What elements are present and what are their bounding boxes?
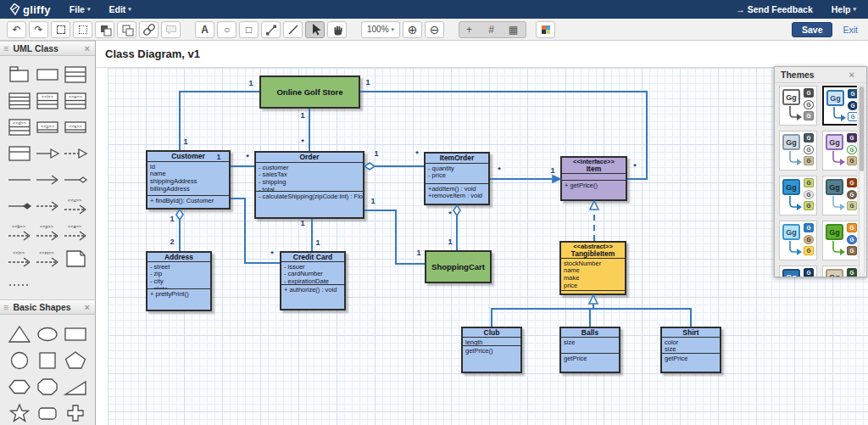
palette-shape-star[interactable] (6, 403, 33, 423)
palette-shape-tri-solid[interactable] (34, 143, 61, 164)
palette-shape-rtriangle[interactable] (62, 377, 89, 397)
menu-help[interactable]: Help▾ (832, 4, 856, 14)
basic-shapes-section-header[interactable]: ≡ Basic Shapes × (0, 299, 95, 315)
theme-card-7[interactable]: GgGGG (779, 221, 817, 260)
class-shirt[interactable]: ShirtcolorsizegetPrice (660, 327, 721, 373)
palette-shape-open[interactable] (34, 170, 61, 190)
rectangle-tool-button[interactable]: □ (239, 21, 259, 38)
zoom-level-dropdown[interactable]: 100%▾ (361, 21, 400, 38)
theme-card-5[interactable]: GgGGG (779, 176, 817, 215)
redo-button[interactable]: ↷ (29, 21, 48, 38)
crosshair-toggle-button[interactable]: + (459, 22, 479, 37)
scrollbar-thumb[interactable] (860, 87, 864, 171)
palette-shape-rectb[interactable] (62, 324, 89, 344)
uml-class-section-header[interactable]: ≡ UML Class × (0, 41, 95, 56)
class-order[interactable]: Order- customer- salesTax- shipping- tot… (254, 151, 364, 219)
palette-shape-class3[interactable] (62, 64, 89, 85)
menu-file[interactable]: File▾ (70, 4, 91, 14)
palette-shape-dots[interactable] (6, 275, 33, 295)
palette-shape-cross[interactable] (62, 403, 89, 423)
line-tool-button[interactable] (283, 21, 303, 38)
zoom-out-button[interactable]: ⊖ (425, 21, 444, 38)
snap-toggle-button[interactable]: ▦ (504, 22, 523, 37)
class-balls[interactable]: BallssizegetPrice (559, 327, 620, 373)
class-item[interactable]: <<interface>>Item+ getPrice() (560, 156, 627, 201)
palette-shape-folder[interactable] (6, 64, 33, 85)
close-icon[interactable]: × (85, 43, 90, 53)
theme-card-4[interactable]: GgGGG (822, 131, 857, 171)
palette-shape-rounded[interactable] (34, 403, 61, 423)
theme-card-1[interactable]: GgGGG (779, 86, 817, 126)
palette-shape-lbl-u[interactable]: <<u>> (62, 196, 89, 216)
text-tool-button[interactable]: A (195, 21, 214, 38)
class-itemorder[interactable]: ItemOrder- quantity- price+addItem() : v… (424, 152, 490, 205)
gliffy-app: gliffy File▾ Edit▾ →Send Feedback Help▾ … (0, 0, 868, 425)
palette-shape-lbl-p[interactable]: <<p>> (34, 222, 61, 243)
palette-shape-square[interactable] (34, 350, 61, 371)
class-address[interactable]: Address- street- zip- city- state+ prett… (146, 251, 212, 311)
palette-shape-lbl-b[interactable]: <<b>> (6, 222, 33, 243)
close-icon[interactable]: × (85, 302, 90, 312)
link-button[interactable] (139, 21, 159, 38)
svg-text:<<p>>: <<p>> (41, 124, 54, 129)
palette-shape-class2[interactable] (6, 143, 33, 164)
send-feedback-link[interactable]: →Send Feedback (736, 4, 813, 14)
palette-shape-tri-dash[interactable] (62, 143, 89, 164)
palette-shape-lbl-a[interactable]: <<a>> (62, 222, 89, 243)
zoom-in-button[interactable]: ⊕ (403, 21, 422, 38)
theme-card-2-selected[interactable]: GgGGG (822, 86, 857, 126)
group-button[interactable] (95, 21, 114, 38)
palette-shape-stereo-d[interactable]: <<d>> (6, 117, 33, 137)
palette-shape-ellipse[interactable] (34, 324, 61, 344)
pan-tool-button[interactable] (327, 21, 347, 38)
select-move-button[interactable] (73, 21, 92, 38)
palette-shape-stereosm-s[interactable]: <<s>> (62, 117, 89, 137)
class-shoppingcart[interactable]: ShoppingCart (425, 250, 492, 283)
palette-shape-circle[interactable] (6, 350, 33, 371)
menu-edit[interactable]: Edit▾ (108, 4, 131, 14)
palette-shape-hexagon[interactable] (6, 377, 33, 397)
class-online-golf-store[interactable]: Online Golf Store (259, 75, 360, 109)
close-icon[interactable]: × (849, 70, 854, 80)
theme-card-10[interactable]: GgGGG (822, 266, 857, 277)
theme-card-8[interactable]: GgGGG (822, 221, 857, 260)
palette-shape-rect[interactable] (34, 64, 61, 85)
class-club[interactable]: ClublengthgetPrice() (461, 327, 522, 373)
save-button[interactable]: Save (792, 22, 833, 37)
palette-shape-lbl-m[interactable]: <<m>> (34, 249, 61, 269)
palette-shape-octagon[interactable] (34, 377, 61, 397)
grid-toggle-button[interactable]: # (481, 22, 501, 37)
ungroup-button[interactable] (117, 21, 136, 38)
palette-shape-stereosm-p[interactable]: <<p>> (34, 117, 61, 137)
class-credit-card[interactable]: Credit Card- issuer- cardNumber- expirat… (280, 251, 346, 310)
theme-picker-button[interactable] (536, 21, 555, 38)
palette-shape-lines4[interactable] (6, 91, 33, 111)
theme-card-6[interactable]: GgGGG (822, 176, 857, 215)
theme-card-9[interactable]: GgGGG (779, 266, 817, 277)
palette-shape-lbl-i[interactable]: <<i>> (6, 249, 33, 269)
palette-shape-diam-solid[interactable] (6, 196, 33, 216)
themes-panel: Themes × GgGGGGgGGGGgGGGGgGGGGgGGGGgGGGG… (774, 66, 867, 277)
select-area-button[interactable] (51, 21, 70, 38)
grid-toggle-group: + # ▦ (459, 21, 526, 38)
palette-shape-open-dash[interactable] (34, 196, 61, 216)
connector-tool-button[interactable] (261, 21, 281, 38)
pointer-tool-button[interactable] (305, 21, 325, 38)
class-tangibleitem[interactable]: <<abstract>>TangibleItemstockNumbernamem… (559, 241, 626, 295)
palette-shape-diam-hollow[interactable] (62, 170, 89, 190)
palette-shape-note[interactable] (62, 249, 89, 269)
svg-text:<<p>>: <<p>> (40, 224, 53, 229)
palette-shape-stereo-e[interactable]: <<e>> (62, 91, 89, 111)
undo-button[interactable]: ↶ (7, 21, 26, 38)
class-name: Address (147, 254, 210, 261)
class-customer[interactable]: CustomeridnameshippingAddressbillingAddr… (146, 150, 231, 210)
palette-shape-pentagon[interactable] (62, 350, 89, 371)
palette-shape-stereo-i[interactable]: <<i>> (34, 91, 61, 111)
theme-card-3[interactable]: GgGGG (779, 131, 817, 171)
exit-link[interactable]: Exit (843, 25, 858, 35)
themes-scrollbar[interactable] (859, 85, 865, 275)
comment-button[interactable] (161, 21, 181, 38)
ellipse-tool-button[interactable]: ○ (217, 21, 236, 38)
palette-shape-line[interactable] (6, 170, 33, 190)
palette-shape-triangle[interactable] (6, 324, 33, 344)
